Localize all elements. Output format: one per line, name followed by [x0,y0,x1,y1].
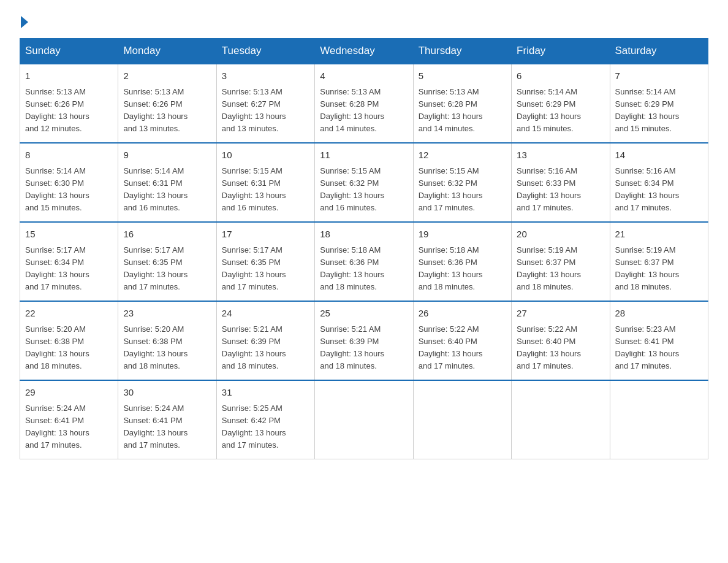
day-number: 18 [320,228,408,242]
day-info: Sunrise: 5:21 AMSunset: 6:39 PMDaylight:… [222,324,286,370]
calendar-cell: 5Sunrise: 5:13 AMSunset: 6:28 PMDaylight… [413,64,511,143]
calendar-cell [610,380,708,459]
day-number: 29 [25,386,113,400]
day-info: Sunrise: 5:18 AMSunset: 6:36 PMDaylight:… [419,245,483,291]
calendar-week-3: 15Sunrise: 5:17 AMSunset: 6:34 PMDayligh… [20,222,708,301]
day-number: 7 [615,69,703,83]
calendar-week-4: 22Sunrise: 5:20 AMSunset: 6:38 PMDayligh… [20,301,708,380]
logo-arrow-icon [21,16,28,28]
day-info: Sunrise: 5:21 AMSunset: 6:39 PMDaylight:… [320,324,384,370]
day-info: Sunrise: 5:20 AMSunset: 6:38 PMDaylight:… [123,324,188,370]
calendar-cell [315,380,413,459]
calendar-cell: 27Sunrise: 5:22 AMSunset: 6:40 PMDayligh… [512,301,610,380]
day-info: Sunrise: 5:18 AMSunset: 6:36 PMDaylight:… [320,245,384,291]
day-info: Sunrise: 5:14 AMSunset: 6:30 PMDaylight:… [25,166,89,212]
day-number: 2 [123,69,211,83]
day-info: Sunrise: 5:17 AMSunset: 6:35 PMDaylight:… [222,245,286,291]
calendar-header-row: SundayMondayTuesdayWednesdayThursdayFrid… [20,39,708,64]
day-number: 8 [25,148,113,163]
day-number: 19 [419,228,506,242]
day-number: 22 [25,307,113,321]
day-info: Sunrise: 5:15 AMSunset: 6:32 PMDaylight:… [320,166,384,212]
weekday-header-wednesday: Wednesday [315,39,413,64]
day-info: Sunrise: 5:14 AMSunset: 6:29 PMDaylight:… [615,87,680,133]
calendar-cell: 14Sunrise: 5:16 AMSunset: 6:34 PMDayligh… [610,143,708,222]
calendar-cell [413,380,511,459]
calendar-cell: 11Sunrise: 5:15 AMSunset: 6:32 PMDayligh… [315,143,413,222]
logo [20,15,28,27]
day-info: Sunrise: 5:22 AMSunset: 6:40 PMDaylight:… [419,324,483,370]
calendar-cell: 15Sunrise: 5:17 AMSunset: 6:34 PMDayligh… [20,222,118,301]
calendar-cell: 6Sunrise: 5:14 AMSunset: 6:29 PMDaylight… [512,64,610,143]
calendar-cell [512,380,610,459]
calendar-cell: 21Sunrise: 5:19 AMSunset: 6:37 PMDayligh… [610,222,708,301]
calendar-week-1: 1Sunrise: 5:13 AMSunset: 6:26 PMDaylight… [20,64,708,143]
day-number: 5 [419,69,506,83]
day-info: Sunrise: 5:24 AMSunset: 6:41 PMDaylight:… [123,404,188,450]
day-number: 20 [517,228,604,242]
calendar-cell: 12Sunrise: 5:15 AMSunset: 6:32 PMDayligh… [413,143,511,222]
calendar-cell: 31Sunrise: 5:25 AMSunset: 6:42 PMDayligh… [216,380,314,459]
day-info: Sunrise: 5:19 AMSunset: 6:37 PMDaylight:… [517,245,581,291]
day-number: 23 [123,307,211,321]
day-info: Sunrise: 5:19 AMSunset: 6:37 PMDaylight:… [615,245,680,291]
calendar-cell: 30Sunrise: 5:24 AMSunset: 6:41 PMDayligh… [118,380,216,459]
day-info: Sunrise: 5:25 AMSunset: 6:42 PMDaylight:… [222,404,286,450]
day-number: 24 [222,307,309,321]
calendar-cell: 8Sunrise: 5:14 AMSunset: 6:30 PMDaylight… [20,143,118,222]
day-info: Sunrise: 5:14 AMSunset: 6:31 PMDaylight:… [123,166,188,212]
day-number: 31 [222,386,309,400]
calendar-cell: 19Sunrise: 5:18 AMSunset: 6:36 PMDayligh… [413,222,511,301]
calendar-cell: 26Sunrise: 5:22 AMSunset: 6:40 PMDayligh… [413,301,511,380]
calendar-cell: 2Sunrise: 5:13 AMSunset: 6:26 PMDaylight… [118,64,216,143]
calendar-cell: 9Sunrise: 5:14 AMSunset: 6:31 PMDaylight… [118,143,216,222]
calendar-cell: 16Sunrise: 5:17 AMSunset: 6:35 PMDayligh… [118,222,216,301]
calendar-cell: 4Sunrise: 5:13 AMSunset: 6:28 PMDaylight… [315,64,413,143]
weekday-header-thursday: Thursday [413,39,511,64]
day-info: Sunrise: 5:13 AMSunset: 6:27 PMDaylight:… [222,87,286,133]
calendar-cell: 17Sunrise: 5:17 AMSunset: 6:35 PMDayligh… [216,222,314,301]
day-number: 6 [517,69,604,83]
day-info: Sunrise: 5:20 AMSunset: 6:38 PMDaylight:… [25,324,89,370]
day-info: Sunrise: 5:16 AMSunset: 6:33 PMDaylight:… [517,166,581,212]
day-number: 3 [222,69,309,83]
day-info: Sunrise: 5:13 AMSunset: 6:26 PMDaylight:… [25,87,89,133]
day-number: 1 [25,69,113,83]
calendar-cell: 22Sunrise: 5:20 AMSunset: 6:38 PMDayligh… [20,301,118,380]
weekday-header-tuesday: Tuesday [216,39,314,64]
day-number: 4 [320,69,408,83]
day-info: Sunrise: 5:16 AMSunset: 6:34 PMDaylight:… [615,166,680,212]
calendar-cell: 25Sunrise: 5:21 AMSunset: 6:39 PMDayligh… [315,301,413,380]
calendar-cell: 3Sunrise: 5:13 AMSunset: 6:27 PMDaylight… [216,64,314,143]
day-info: Sunrise: 5:13 AMSunset: 6:28 PMDaylight:… [320,87,384,133]
day-number: 30 [123,386,211,400]
calendar-cell: 18Sunrise: 5:18 AMSunset: 6:36 PMDayligh… [315,222,413,301]
calendar-cell: 24Sunrise: 5:21 AMSunset: 6:39 PMDayligh… [216,301,314,380]
calendar-cell: 28Sunrise: 5:23 AMSunset: 6:41 PMDayligh… [610,301,708,380]
day-number: 27 [517,307,604,321]
calendar-table: SundayMondayTuesdayWednesdayThursdayFrid… [20,38,708,459]
day-number: 9 [123,148,211,163]
day-info: Sunrise: 5:24 AMSunset: 6:41 PMDaylight:… [25,404,89,450]
day-number: 26 [419,307,506,321]
calendar-week-2: 8Sunrise: 5:14 AMSunset: 6:30 PMDaylight… [20,143,708,222]
day-number: 14 [615,148,703,163]
day-number: 17 [222,228,309,242]
day-info: Sunrise: 5:17 AMSunset: 6:35 PMDaylight:… [123,245,188,291]
calendar-cell: 7Sunrise: 5:14 AMSunset: 6:29 PMDaylight… [610,64,708,143]
day-number: 28 [615,307,703,321]
day-number: 13 [517,148,604,163]
calendar-cell: 13Sunrise: 5:16 AMSunset: 6:33 PMDayligh… [512,143,610,222]
day-number: 16 [123,228,211,242]
calendar-cell: 10Sunrise: 5:15 AMSunset: 6:31 PMDayligh… [216,143,314,222]
day-info: Sunrise: 5:17 AMSunset: 6:34 PMDaylight:… [25,245,89,291]
day-number: 25 [320,307,408,321]
weekday-header-friday: Friday [512,39,610,64]
day-number: 21 [615,228,703,242]
weekday-header-monday: Monday [118,39,216,64]
day-number: 15 [25,228,113,242]
calendar-cell: 1Sunrise: 5:13 AMSunset: 6:26 PMDaylight… [20,64,118,143]
day-info: Sunrise: 5:13 AMSunset: 6:28 PMDaylight:… [419,87,483,133]
calendar-cell: 20Sunrise: 5:19 AMSunset: 6:37 PMDayligh… [512,222,610,301]
day-number: 11 [320,148,408,163]
